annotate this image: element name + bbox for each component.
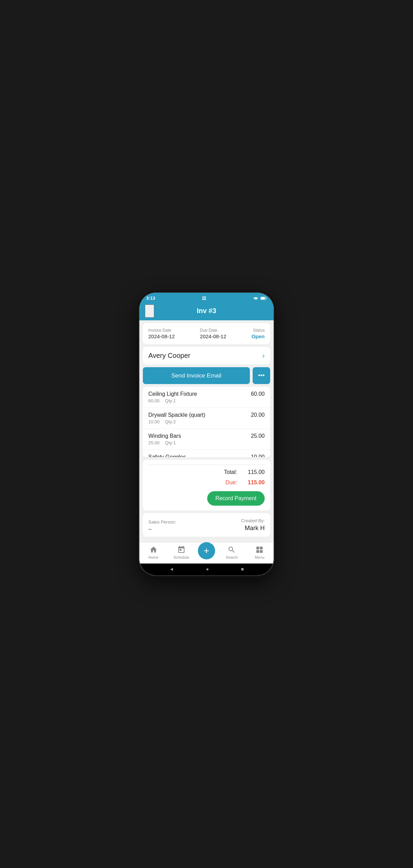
invoice-date-group: Invoice Date 2024-08-12 — [148, 328, 175, 339]
android-recents-icon[interactable]: ■ — [241, 566, 244, 572]
item-total-0: 60.00 — [251, 391, 265, 397]
calendar-icon — [177, 545, 186, 554]
total-row: Total: 115.00 — [148, 467, 265, 477]
status-group: Status Open — [252, 328, 265, 339]
page-title: Inv #3 — [197, 307, 216, 315]
item-unit-price-2: 25.00 — [148, 440, 160, 445]
line-item-top-1: Drywall Spackle (quart) 20.00 — [148, 412, 265, 418]
invoice-date-label: Invoice Date — [148, 328, 175, 333]
line-items-card: Ceiling Light Fixture 60.00 60.00 Qty:1 … — [143, 387, 270, 457]
search-nav-label: Search — [226, 555, 238, 559]
item-total-3: 10.00 — [251, 454, 265, 457]
status-time: 3:13 — [146, 296, 155, 301]
line-item-top-2: Winding Bars 25.00 — [148, 433, 265, 439]
record-payment-button[interactable]: Record Payment — [207, 491, 265, 506]
status-bar: 3:13 🖼 — [139, 293, 274, 303]
nav-home[interactable]: Home — [139, 545, 167, 559]
due-date-group: Due Date 2024-08-12 — [200, 328, 226, 339]
item-name-2: Winding Bars — [148, 433, 181, 439]
invoice-dates-card: Invoice Date 2024-08-12 Due Date 2024-08… — [143, 323, 270, 344]
line-item-top-3: Safety Goggles 10.00 — [148, 454, 265, 457]
due-label: Due: — [225, 479, 237, 486]
due-row: Due: 115.00 — [148, 477, 265, 488]
item-qty-1: Qty:2 — [165, 419, 176, 424]
schedule-nav-label: Schedule — [173, 555, 189, 559]
item-detail-2: 25.00 Qty:1 — [148, 440, 265, 445]
more-options-button[interactable]: ••• — [253, 367, 270, 384]
phone-frame: 3:13 🖼 ‹ Inv #3 Invoi — [139, 293, 274, 575]
bottom-nav: Home Schedule + — [139, 542, 274, 564]
item-name-3: Safety Goggles — [148, 454, 186, 457]
more-dots-icon: ••• — [258, 372, 265, 379]
send-invoice-email-button[interactable]: Send Invoice Email — [143, 367, 250, 384]
totals-card: Total: 115.00 Due: 115.00 Record Payment — [143, 460, 270, 510]
status-badge: Open — [252, 333, 265, 339]
line-items-container: Ceiling Light Fixture 60.00 60.00 Qty:1 … — [143, 387, 270, 457]
nav-add[interactable]: + — [195, 546, 218, 559]
customer-name: Avery Cooper — [148, 352, 190, 360]
android-nav: ◄ ● ■ — [139, 564, 274, 575]
due-value: 115.00 — [244, 479, 265, 486]
svg-rect-1 — [266, 298, 266, 299]
chevron-right-icon: › — [262, 352, 265, 360]
item-total-1: 20.00 — [251, 412, 265, 418]
item-qty-2: Qty:1 — [165, 440, 176, 445]
line-item: Safety Goggles 10.00 10.00 Qty:1 — [143, 450, 270, 457]
android-back-icon[interactable]: ◄ — [169, 566, 174, 572]
action-row: Send Invoice Email ••• — [143, 367, 270, 384]
created-by-label: Created By: — [241, 518, 265, 523]
item-name-1: Drywall Spackle (quart) — [148, 412, 205, 418]
due-date-value: 2024-08-12 — [200, 333, 226, 339]
wifi-icon — [253, 296, 258, 300]
content-area: Invoice Date 2024-08-12 Due Date 2024-08… — [139, 320, 274, 542]
menu-nav-label: Menu — [255, 555, 265, 559]
search-icon — [227, 545, 236, 554]
line-item: Ceiling Light Fixture 60.00 60.00 Qty:1 — [143, 387, 270, 408]
plus-icon: + — [204, 546, 209, 556]
record-payment-container: Record Payment — [148, 491, 265, 506]
menu-icon — [255, 545, 264, 554]
due-date-label: Due Date — [200, 328, 226, 333]
item-detail-0: 60.00 Qty:1 — [148, 398, 265, 403]
invoice-date-value: 2024-08-12 — [148, 333, 175, 339]
line-item-top-0: Ceiling Light Fixture 60.00 — [148, 391, 265, 397]
item-name-0: Ceiling Light Fixture — [148, 391, 197, 397]
status-label: Status — [253, 328, 265, 333]
footer-info-card: Sales Person: -- Created By: Mark H — [143, 513, 270, 537]
android-home-icon[interactable]: ● — [206, 566, 209, 572]
item-total-2: 25.00 — [251, 433, 265, 439]
item-detail-1: 10.00 Qty:2 — [148, 419, 265, 424]
svg-rect-2 — [261, 297, 265, 299]
item-unit-price-1: 10.00 — [148, 419, 160, 424]
battery-icon — [261, 296, 267, 300]
customer-card[interactable]: Avery Cooper › — [143, 347, 270, 364]
item-qty-0: Qty:1 — [165, 398, 176, 403]
divider — [148, 465, 265, 465]
nav-menu[interactable]: Menu — [246, 545, 274, 559]
home-nav-label: Home — [148, 555, 158, 559]
status-icons — [253, 296, 267, 300]
status-notification-icon: 🖼 — [202, 296, 206, 301]
sales-person-value: -- — [148, 526, 176, 532]
line-item: Winding Bars 25.00 25.00 Qty:1 — [143, 429, 270, 450]
created-by-value: Mark H — [241, 525, 265, 532]
back-button[interactable]: ‹ — [145, 304, 154, 318]
sales-person-group: Sales Person: -- — [148, 519, 176, 532]
app-header: ‹ Inv #3 — [139, 303, 274, 320]
created-by-group: Created By: Mark H — [241, 518, 265, 532]
total-value: 115.00 — [244, 469, 265, 475]
sales-person-label: Sales Person: — [148, 519, 176, 525]
line-item: Drywall Spackle (quart) 20.00 10.00 Qty:… — [143, 408, 270, 429]
nav-schedule[interactable]: Schedule — [167, 545, 195, 559]
phone-screen: 3:13 🖼 ‹ Inv #3 Invoi — [139, 293, 274, 575]
total-label: Total: — [224, 469, 237, 475]
item-unit-price-0: 60.00 — [148, 398, 160, 403]
add-button[interactable]: + — [198, 542, 215, 559]
home-icon — [149, 545, 158, 554]
nav-search[interactable]: Search — [218, 545, 246, 559]
